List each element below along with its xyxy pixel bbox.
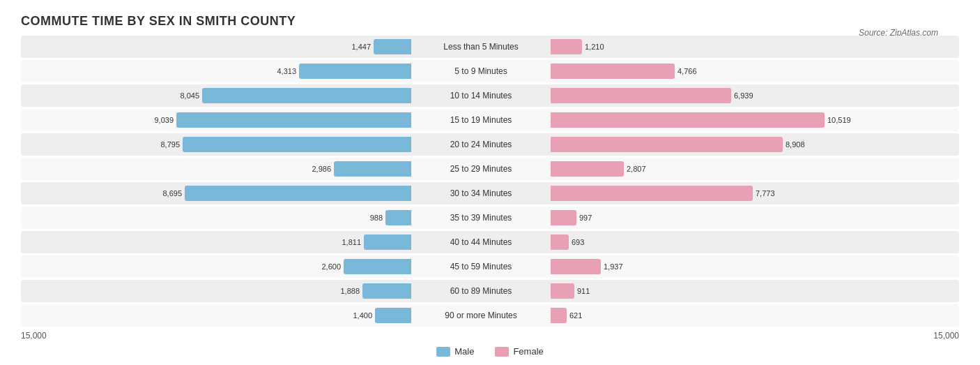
table-row: 1,88860 to 89 Minutes911 xyxy=(21,280,959,302)
axis-left: 15,000 xyxy=(21,331,47,341)
bar-label: 45 to 59 Minutes xyxy=(411,262,551,271)
value-female: 6,939 xyxy=(734,91,753,100)
bar-label: 20 to 24 Minutes xyxy=(411,140,551,149)
bar-male xyxy=(202,88,411,103)
value-female: 2,807 xyxy=(627,165,646,173)
bar-label: 25 to 29 Minutes xyxy=(411,164,551,174)
bar-label: 60 to 89 Minutes xyxy=(411,286,551,296)
bar-male xyxy=(375,308,411,323)
axis-right: 15,000 xyxy=(933,331,959,341)
table-row: 8,79520 to 24 Minutes8,908 xyxy=(21,133,959,156)
bar-male xyxy=(176,112,411,128)
legend-male-label: Male xyxy=(454,346,474,357)
value-male: 1,400 xyxy=(353,311,372,320)
bar-label: 90 or more Minutes xyxy=(411,311,551,320)
value-female: 4,766 xyxy=(677,67,697,75)
bar-female xyxy=(551,137,783,152)
value-female: 911 xyxy=(577,287,590,295)
table-row: 4,3135 to 9 Minutes4,766 xyxy=(21,60,959,82)
value-female: 693 xyxy=(572,238,584,246)
bar-female xyxy=(551,308,567,323)
value-male: 988 xyxy=(370,214,383,222)
chart-title: COMMUTE TIME BY SEX IN SMITH COUNTY xyxy=(21,14,959,29)
bar-male xyxy=(362,283,411,299)
value-male: 2,600 xyxy=(321,262,341,271)
legend-male-color xyxy=(436,347,450,357)
table-row: 1,40090 or more Minutes621 xyxy=(21,304,959,327)
bar-male xyxy=(185,186,411,201)
value-female: 10,519 xyxy=(827,116,851,124)
value-male: 2,986 xyxy=(312,165,331,173)
bar-female xyxy=(551,234,569,250)
bar-label: 30 to 34 Minutes xyxy=(411,188,551,198)
value-male: 4,313 xyxy=(277,67,296,75)
bar-male xyxy=(344,259,411,274)
table-row: 8,69530 to 34 Minutes7,773 xyxy=(21,182,959,204)
table-row: 2,60045 to 59 Minutes1,937 xyxy=(21,255,959,278)
bar-label: 5 to 9 Minutes xyxy=(411,66,551,76)
bar-female xyxy=(551,283,574,299)
value-female: 1,210 xyxy=(585,43,604,51)
bar-label: 15 to 19 Minutes xyxy=(411,115,551,125)
value-female: 621 xyxy=(569,311,582,320)
axis-row: 15,000 15,000 xyxy=(21,331,959,341)
bar-label: Less than 5 Minutes xyxy=(411,42,551,52)
legend: Male Female xyxy=(21,346,959,357)
bar-label: 10 to 14 Minutes xyxy=(411,91,551,100)
value-male: 8,795 xyxy=(160,140,180,149)
value-male: 1,888 xyxy=(340,287,360,295)
bar-female xyxy=(551,161,624,177)
value-female: 1,937 xyxy=(604,262,623,271)
value-female: 8,908 xyxy=(786,140,805,149)
bar-female xyxy=(551,112,825,128)
table-row: 1,447Less than 5 Minutes1,210 xyxy=(21,36,959,58)
table-row: 9,03915 to 19 Minutes10,519 xyxy=(21,109,959,131)
legend-female: Female xyxy=(495,346,543,357)
bar-label: 35 to 39 Minutes xyxy=(411,213,551,223)
value-male: 1,447 xyxy=(351,43,371,51)
bar-male xyxy=(374,39,411,54)
value-male: 8,045 xyxy=(180,91,199,100)
legend-male: Male xyxy=(436,346,474,357)
table-row: 1,81140 to 44 Minutes693 xyxy=(21,231,959,253)
legend-female-label: Female xyxy=(513,346,543,357)
chart-area: 1,447Less than 5 Minutes1,2104,3135 to 9… xyxy=(21,36,959,341)
value-female: 7,773 xyxy=(756,189,775,198)
value-male: 9,039 xyxy=(154,116,174,124)
bar-female xyxy=(551,64,675,79)
bar-female xyxy=(551,259,601,274)
bar-male xyxy=(364,234,411,250)
bar-male xyxy=(183,137,411,152)
value-male: 1,811 xyxy=(342,238,361,246)
bar-label: 40 to 44 Minutes xyxy=(411,237,551,247)
bar-female xyxy=(551,210,576,225)
table-row: 2,98625 to 29 Minutes2,807 xyxy=(21,158,959,180)
value-male: 8,695 xyxy=(162,189,182,198)
table-row: 8,04510 to 14 Minutes6,939 xyxy=(21,84,959,107)
legend-female-color xyxy=(495,347,509,357)
bar-male xyxy=(385,210,411,225)
bar-female xyxy=(551,88,731,103)
bar-female xyxy=(551,39,582,54)
bar-male xyxy=(334,161,411,177)
bar-female xyxy=(551,186,753,201)
bar-male xyxy=(299,64,411,79)
table-row: 98835 to 39 Minutes997 xyxy=(21,207,959,229)
value-female: 997 xyxy=(579,214,592,222)
